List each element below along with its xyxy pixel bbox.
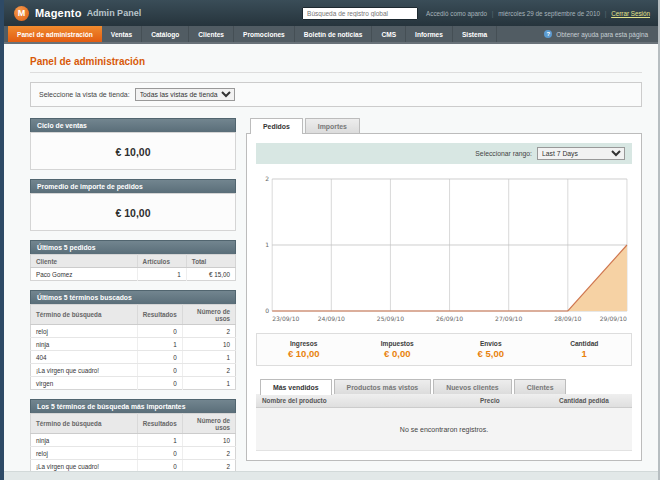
help-icon: ? bbox=[544, 30, 552, 38]
stat-value: € 0,00 bbox=[351, 348, 445, 359]
tab-amounts[interactable]: Importes bbox=[305, 118, 360, 133]
range-selector-bar: Seleccionar rango: Last 7 Days bbox=[256, 143, 632, 164]
table-row[interactable]: Paco Gomez 1 € 15,00 bbox=[31, 268, 236, 281]
column-header: Resultados bbox=[137, 305, 182, 325]
cell-results: 1 bbox=[137, 338, 182, 351]
stat-value: € 5,00 bbox=[444, 348, 538, 359]
nav-item-reports[interactable]: Informes bbox=[406, 26, 453, 42]
stat-tax: Impuestos € 0,00 bbox=[351, 340, 445, 359]
nav-item-newsletter[interactable]: Boletín de noticias bbox=[295, 26, 373, 42]
get-help-link[interactable]: ? Obtener ayuda para esta página bbox=[544, 26, 660, 42]
cell-uses: 10 bbox=[182, 338, 235, 351]
cell-uses: 1 bbox=[182, 351, 235, 364]
nav-item-cms[interactable]: CMS bbox=[372, 26, 406, 42]
page-title: Panel de administración bbox=[30, 56, 642, 67]
cell-term: 404 bbox=[31, 351, 138, 364]
stat-value: 1 bbox=[538, 348, 632, 359]
separator: | bbox=[605, 10, 607, 17]
column-header: Artículos bbox=[137, 255, 186, 268]
window-left-edge bbox=[0, 0, 4, 480]
table-row[interactable]: reloj 0 2 bbox=[31, 325, 236, 338]
stat-revenue: Ingresos € 10,00 bbox=[257, 340, 351, 359]
orders-area-chart: 01223/09/1024/09/1025/09/1026/09/1027/09… bbox=[256, 172, 632, 324]
bestsellers-table: Nombre del producto Precio Cantidad pedi… bbox=[256, 394, 632, 451]
logout-link[interactable]: Cerrar Sesión bbox=[611, 10, 650, 17]
lifetime-sales-box: Ciclo de ventas € 10,00 bbox=[30, 118, 236, 170]
current-date: miércoles 29 de septiembre de 2010 bbox=[498, 10, 600, 17]
cell-term: ninja bbox=[31, 338, 138, 351]
table-row[interactable]: ninja 1 10 bbox=[31, 434, 236, 447]
logo-text: Magento bbox=[35, 7, 82, 19]
table-row[interactable]: ninja 1 10 bbox=[31, 338, 236, 351]
tab-new-customers[interactable]: Nuevos clientes bbox=[433, 379, 511, 394]
cell-results: 1 bbox=[137, 434, 182, 447]
nav-item-catalog[interactable]: Catálogo bbox=[142, 26, 189, 42]
table-row[interactable]: 404 0 1 bbox=[31, 351, 236, 364]
column-header: Término de búsqueda bbox=[31, 305, 138, 325]
table-row[interactable]: reloj 0 2 bbox=[31, 447, 236, 460]
tab-most-viewed[interactable]: Productos más vistos bbox=[334, 379, 432, 394]
dashboard-page: Panel de administración Seleccione la vi… bbox=[0, 44, 660, 480]
average-orders-title: Promedio de importe de pedidos bbox=[30, 179, 236, 193]
cell-uses: 10 bbox=[182, 434, 235, 447]
column-header: Término de búsqueda bbox=[31, 414, 138, 434]
tab-customers[interactable]: Clientes bbox=[514, 379, 567, 394]
orders-chart-container: 01223/09/1024/09/1025/09/1026/09/1027/09… bbox=[256, 172, 632, 324]
main-navigation: Panel de administración Ventas Catálogo … bbox=[0, 26, 660, 44]
stat-shipping: Envíos € 5,00 bbox=[444, 340, 538, 359]
average-orders-box: Promedio de importe de pedidos € 10,00 bbox=[30, 179, 236, 231]
cell-uses: 2 bbox=[182, 364, 235, 377]
account-info: Accedió como apardo | miércoles 29 de se… bbox=[426, 10, 650, 17]
svg-text:2: 2 bbox=[265, 175, 269, 182]
stat-value: € 10,00 bbox=[257, 348, 351, 359]
top-search-terms-box: Los 5 términos de búsqueda más important… bbox=[30, 399, 236, 480]
tab-bestsellers[interactable]: Más vendidos bbox=[260, 379, 332, 395]
nav-item-sales[interactable]: Ventas bbox=[102, 26, 142, 42]
nav-item-customers[interactable]: Clientes bbox=[189, 26, 234, 42]
table-row[interactable]: ¡La virgen que cuadro! 0 2 bbox=[31, 364, 236, 377]
column-header: Precio bbox=[474, 394, 553, 408]
column-header: Total bbox=[186, 255, 235, 268]
svg-text:25/09/10: 25/09/10 bbox=[377, 315, 404, 322]
magento-admin-window: M Magento Admin Panel Accedió como apard… bbox=[0, 0, 660, 480]
top-header: M Magento Admin Panel Accedió como apard… bbox=[0, 0, 660, 26]
stat-quantity: Cantidad 1 bbox=[538, 340, 632, 359]
svg-text:23/09/10: 23/09/10 bbox=[272, 315, 299, 322]
column-header: Número de usos bbox=[182, 305, 235, 325]
chart-panel-body: Seleccionar rango: Last 7 Days 01223/09/… bbox=[246, 133, 642, 461]
nav-item-system[interactable]: Sistema bbox=[453, 26, 497, 42]
top-search-terms-title: Los 5 términos de búsqueda más important… bbox=[30, 399, 236, 413]
svg-text:26/09/10: 26/09/10 bbox=[436, 315, 463, 322]
column-header: Cantidad pedida bbox=[553, 394, 632, 408]
last-orders-box: Últimos 5 pedidos Cliente Artículos Tota… bbox=[30, 240, 236, 281]
footer-strip bbox=[0, 471, 660, 480]
empty-results-row: No se encontraron registros. bbox=[256, 408, 632, 451]
tab-orders[interactable]: Pedidos bbox=[250, 118, 303, 134]
svg-text:0: 0 bbox=[265, 307, 269, 314]
column-header: Nombre del producto bbox=[256, 394, 474, 408]
cell-items: 1 bbox=[137, 268, 186, 281]
stat-label: Impuestos bbox=[351, 340, 445, 347]
nav-item-dashboard[interactable]: Panel de administración bbox=[8, 26, 102, 42]
global-search-input[interactable] bbox=[302, 7, 418, 20]
cell-uses: 1 bbox=[182, 377, 235, 390]
store-view-select[interactable]: Todas las vistas de tienda bbox=[135, 88, 235, 101]
top-search-terms-table: Término de búsqueda Resultados Número de… bbox=[30, 413, 236, 480]
table-row[interactable]: virgen 0 1 bbox=[31, 377, 236, 390]
store-view-label: Seleccione la vista de tienda: bbox=[39, 91, 130, 98]
cell-term: ninja bbox=[31, 434, 138, 447]
products-tabs: Más vendidos Productos más vistos Nuevos… bbox=[256, 379, 632, 394]
last-search-terms-table: Término de búsqueda Resultados Número de… bbox=[30, 304, 236, 390]
range-label: Seleccionar rango: bbox=[475, 150, 532, 157]
svg-text:27/09/10: 27/09/10 bbox=[495, 315, 522, 322]
cell-results: 0 bbox=[137, 351, 182, 364]
chart-tabs: Pedidos Importes bbox=[246, 118, 642, 133]
cell-term: ¡La virgen que cuadro! bbox=[31, 364, 138, 377]
svg-text:29/09/10: 29/09/10 bbox=[600, 315, 627, 322]
range-select[interactable]: Last 7 Days bbox=[537, 147, 625, 160]
cell-results: 0 bbox=[137, 447, 182, 460]
last-orders-table: Cliente Artículos Total Paco Gomez 1 € 1… bbox=[30, 254, 236, 281]
nav-item-promotions[interactable]: Promociones bbox=[234, 26, 295, 42]
column-header: Cliente bbox=[31, 255, 138, 268]
logged-in-as: Accedió como apardo bbox=[426, 10, 487, 17]
